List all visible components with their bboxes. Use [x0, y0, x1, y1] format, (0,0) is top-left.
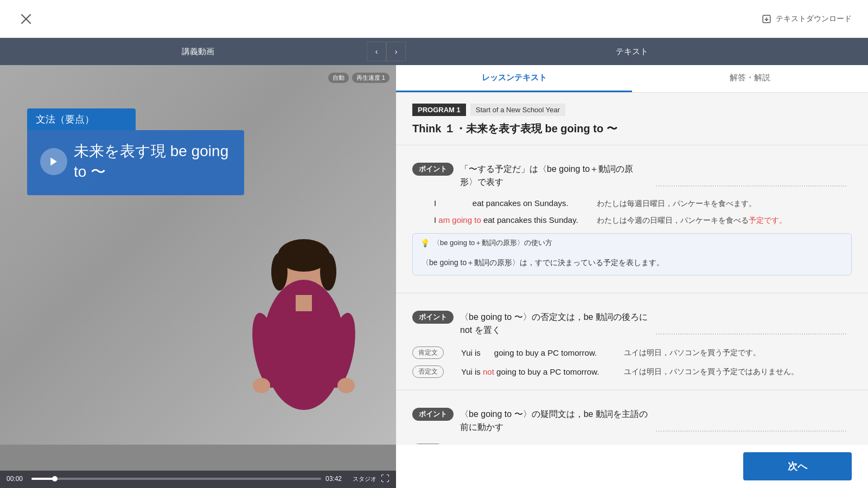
download-label: テキストダウンロード	[776, 14, 852, 24]
grammar-content: 未来を表す現 be going to 〜	[27, 130, 244, 195]
svg-point-8	[320, 253, 336, 291]
example-1-2-ja: わたしは今週の日曜日，パンケーキを食べる予定です。	[597, 216, 787, 226]
type-badge-2-2: 否定文	[412, 365, 444, 378]
time-current: 00:00	[7, 475, 27, 483]
tab-video-label: 講義動画	[182, 47, 214, 57]
time-total: 03:42	[326, 475, 346, 483]
point-1-section: ポイント 「〜する予定だ」は〈be going to＋動詞の原形〉で表す I e…	[396, 154, 868, 293]
sub-tabs: レッスンテキスト 解答・解説	[396, 65, 868, 93]
point-1-row: ポイント 「〜する予定だ」は〈be going to＋動詞の原形〉で表す	[412, 163, 852, 189]
example-1-1: I eat pancakes on Sundays. わたしは毎週日曜日，パンケ…	[412, 195, 852, 212]
tab-bar: 講義動画 ‹ › テキスト	[0, 38, 868, 65]
auto-badge[interactable]: 自動	[328, 73, 349, 83]
example-2-1-ja: ユイは明日，パソコンを買う予定です。	[624, 348, 761, 358]
example-2-2: 否定文 Yui is not going to buy a PC tomorro…	[412, 362, 852, 381]
grammar-title: 文法（要点）	[27, 108, 136, 130]
tab-next-button[interactable]: ›	[386, 42, 406, 61]
example-2-1-en: Yui is going to buy a PC tomorrow.	[461, 348, 613, 357]
grammar-overlay: 文法（要点） 未来を表す現 be going to 〜	[27, 108, 244, 195]
video-controls: 00:00 03:42 スタジオ ⛶	[0, 471, 396, 488]
tab-answer[interactable]: 解答・解説	[632, 65, 868, 92]
point-3-badge: ポイント	[412, 408, 454, 421]
dotted-line-1	[656, 185, 846, 187]
content-area: 自動 再生速度 1 文法（要点） 未来を表す現 be going to 〜	[0, 65, 868, 488]
video-top-controls: 自動 再生速度 1	[7, 73, 390, 83]
progress-row: 00:00 03:42 スタジオ ⛶	[7, 474, 390, 484]
next-btn-container: 次へ	[396, 444, 868, 488]
dotted-line-3	[656, 431, 846, 432]
example-2-2-en: Yui is not going to buy a PC tomorrow.	[461, 367, 613, 376]
point-2-text: 〈be going to 〜〉の否定文は，be 動詞の後ろに not を置く	[460, 311, 650, 337]
program-header: PROGRAM 1 Start of a New School Year	[396, 93, 868, 121]
hint-body-1: 〈be going to＋動詞の原形〉は，すでに決まっている予定を表します。	[413, 252, 851, 275]
point-1-text: 「〜する予定だ」は〈be going to＋動詞の原形〉で表す	[460, 163, 650, 189]
hint-title-1: 〈be going to＋動詞の原形〉の使い方	[433, 238, 552, 248]
svg-rect-10	[296, 295, 312, 311]
point-3-row: ポイント 〈be going to 〜〉の疑問文は，be 動詞を主語の前に動かす	[412, 408, 852, 434]
play-button[interactable]	[40, 148, 67, 175]
tab-lesson-text[interactable]: レッスンテキスト	[396, 65, 632, 92]
point-2-badge: ポイント	[412, 311, 454, 324]
divider-3	[396, 390, 868, 390]
example-2-2-ja: ユイは明日，パソコンを買う予定ではありません。	[624, 367, 799, 377]
download-button[interactable]: テキストダウンロード	[762, 14, 852, 24]
text-panel: レッスンテキスト 解答・解説 PROGRAM 1 Start of a New …	[396, 65, 868, 488]
speed-badge[interactable]: 再生速度 1	[352, 73, 390, 83]
example-1-1-ja: わたしは毎週日曜日，パンケーキを食べます。	[597, 199, 756, 209]
video-panel: 自動 再生速度 1 文法（要点） 未来を表す現 be going to 〜	[0, 65, 396, 488]
example-1-2: I am going to eat pancakes this Sunday. …	[412, 212, 852, 229]
point-1-badge: ポイント	[412, 163, 454, 176]
hint-header-1[interactable]: 💡 〈be going to＋動詞の原形〉の使い方	[413, 234, 851, 252]
point-2-section: ポイント 〈be going to 〜〉の否定文は，be 動詞の後ろに not …	[396, 302, 868, 390]
studio-badge: スタジオ	[353, 475, 376, 483]
svg-point-14	[337, 378, 355, 393]
program-badge: PROGRAM 1	[412, 104, 466, 116]
example-1-2-en: I am going to eat pancakes this Sunday.	[434, 215, 586, 224]
tab-nav: ‹ ›	[367, 42, 406, 61]
svg-point-7	[271, 253, 288, 291]
example-2-1: 肯定文 Yui is going to buy a PC tomorrow. ユ…	[412, 343, 852, 362]
example-1-1-en: I eat pancakes on Sundays.	[434, 198, 586, 208]
svg-point-13	[253, 378, 270, 393]
divider-2	[396, 293, 868, 293]
grammar-text: 未来を表す現 be going to 〜	[74, 141, 231, 182]
program-title: Start of a New School Year	[470, 104, 565, 116]
main-title: Think １・未来を表す表現 be going to 〜	[396, 121, 868, 145]
point-3-text: 〈be going to 〜〉の疑問文は，be 動詞を主語の前に動かす	[460, 408, 650, 434]
progress-thumb	[52, 476, 58, 481]
point-2-row: ポイント 〈be going to 〜〉の否定文は，be 動詞の後ろに not …	[412, 311, 852, 337]
fullscreen-button[interactable]: ⛶	[381, 474, 390, 484]
dotted-line-2	[656, 333, 846, 335]
progress-fill	[31, 478, 55, 480]
progress-bar[interactable]	[31, 478, 321, 480]
hint-icon: 💡	[420, 239, 430, 247]
hint-box-1: 💡 〈be going to＋動詞の原形〉の使い方 〈be going to＋動…	[412, 233, 852, 275]
top-bar: テキストダウンロード	[0, 0, 868, 38]
tab-text[interactable]: テキスト	[396, 38, 868, 65]
close-button[interactable]	[16, 9, 36, 29]
tab-prev-button[interactable]: ‹	[367, 42, 386, 61]
type-badge-2-1: 肯定文	[412, 346, 444, 359]
tab-video[interactable]: 講義動画 ‹ ›	[0, 38, 396, 65]
divider-1	[396, 145, 868, 145]
tab-text-label: テキスト	[616, 47, 648, 57]
teacher-figure	[233, 236, 374, 445]
video-background: 自動 再生速度 1 文法（要点） 未来を表す現 be going to 〜	[0, 65, 396, 445]
svg-marker-4	[50, 158, 57, 166]
next-button[interactable]: 次へ	[743, 452, 852, 480]
